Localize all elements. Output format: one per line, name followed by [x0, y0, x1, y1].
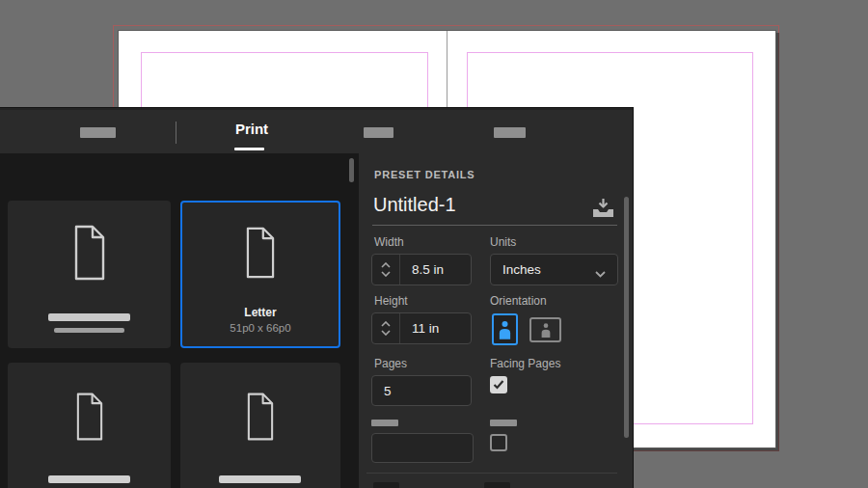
document-icon	[182, 226, 339, 280]
checkmark-icon	[493, 380, 504, 390]
chevron-down-icon	[381, 271, 391, 277]
units-label: Units	[490, 235, 516, 249]
preset-card-4[interactable]	[180, 363, 340, 488]
chevron-up-icon	[381, 262, 391, 268]
preset-size-placeholder	[54, 328, 124, 333]
tab-redacted-2[interactable]	[364, 127, 393, 138]
preset-card-3[interactable]	[8, 363, 171, 488]
units-dropdown[interactable]: Inches	[490, 254, 618, 285]
pages-value: 5	[372, 384, 392, 398]
facing-pages-label: Facing Pages	[490, 357, 560, 370]
document-icon	[8, 392, 171, 442]
orientation-portrait-button[interactable]	[492, 313, 518, 345]
preset-name-placeholder	[48, 475, 130, 483]
chevron-up-icon	[381, 321, 391, 327]
preset-details-panel: PRESET DETAILS Untitled-1 Width	[359, 153, 633, 488]
width-stepper[interactable]: 8.5 in	[371, 254, 472, 285]
pages-input[interactable]: 5	[371, 375, 472, 406]
width-label: Width	[374, 235, 404, 249]
height-stepper[interactable]: 11 in	[371, 312, 472, 344]
orientation-label: Orientation	[490, 294, 547, 308]
redacted-checkbox[interactable]	[490, 434, 507, 451]
tab-print-active-underline	[234, 148, 264, 150]
new-document-dialog: Print	[0, 108, 633, 488]
redacted-input[interactable]	[371, 433, 474, 463]
next-section-placeholder	[484, 482, 510, 488]
save-preset-icon[interactable]	[591, 198, 615, 222]
details-scrollbar[interactable]	[624, 197, 629, 438]
width-stepper-arrows[interactable]	[372, 255, 400, 285]
preset-name: Letter	[182, 306, 339, 319]
document-icon	[8, 224, 171, 282]
document-name-underline	[372, 225, 617, 226]
field-label-placeholder	[371, 420, 398, 426]
dialog-body: Letter 51p0 x 66p0	[0, 153, 633, 488]
height-label: Height	[374, 294, 408, 308]
facing-pages-checkbox[interactable]	[490, 376, 507, 393]
field-label-placeholder	[490, 420, 517, 426]
preset-details-title: PRESET DETAILS	[374, 169, 475, 180]
height-stepper-arrows[interactable]	[372, 313, 400, 343]
screen: Print	[0, 0, 868, 488]
gallery-scrollbar[interactable]	[349, 158, 354, 182]
tab-bar-divider	[176, 122, 176, 144]
document-name-input[interactable]: Untitled-1	[373, 194, 456, 216]
portrait-person-icon	[498, 319, 512, 339]
document-icon	[180, 392, 340, 442]
units-value: Inches	[491, 262, 541, 277]
preset-name-placeholder	[48, 313, 130, 321]
preset-name-placeholder	[219, 475, 301, 483]
section-divider	[366, 473, 617, 474]
chevron-down-icon	[595, 266, 606, 281]
orientation-landscape-button[interactable]	[529, 317, 561, 342]
preset-gallery: Letter 51p0 x 66p0	[0, 153, 360, 488]
landscape-person-icon	[540, 322, 552, 338]
height-value: 11 in	[400, 321, 439, 336]
tab-print[interactable]: Print	[218, 121, 285, 137]
preset-card-letter[interactable]: Letter 51p0 x 66p0	[180, 201, 340, 348]
preset-card-1[interactable]	[8, 201, 171, 348]
pages-label: Pages	[374, 357, 407, 370]
preset-size: 51p0 x 66p0	[182, 322, 339, 334]
width-value: 8.5 in	[400, 262, 444, 277]
tab-redacted-3[interactable]	[494, 127, 526, 138]
next-section-placeholder	[373, 482, 399, 488]
dialog-tab-bar: Print	[0, 108, 633, 155]
tab-redacted-1[interactable]	[80, 127, 116, 138]
chevron-down-icon	[381, 330, 391, 336]
